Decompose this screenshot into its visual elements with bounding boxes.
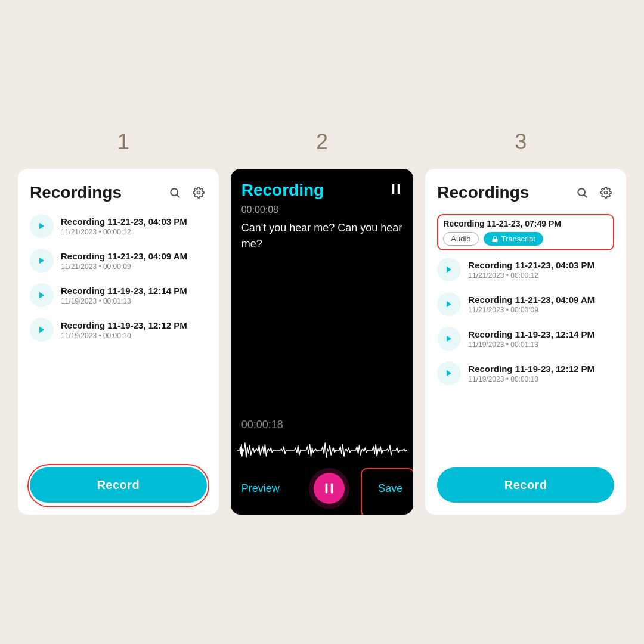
list-item: Recording 11-19-23, 12:14 PM 11/19/2023 …: [30, 283, 207, 307]
panel-1-header: Recordings: [30, 183, 207, 202]
search-button-3[interactable]: [574, 184, 590, 201]
svg-point-2: [197, 191, 200, 194]
step-1: 1: [34, 129, 213, 154]
play-button-1[interactable]: [30, 214, 54, 238]
svg-rect-9: [325, 484, 327, 494]
highlighted-recording-item: Recording 11-21-23, 07:49 PM Audio Trans…: [437, 214, 614, 250]
recording-title-p3-2: Recording 11-21-23, 04:09 AM: [468, 295, 614, 305]
transcript-tag-label: Transcript: [501, 234, 535, 243]
play-button-4[interactable]: [30, 318, 54, 342]
audio-tag[interactable]: Audio: [443, 232, 478, 246]
svg-marker-3: [39, 223, 44, 230]
save-button[interactable]: Save: [378, 482, 402, 495]
tag-row: Audio Transcript: [443, 232, 608, 246]
play-button-3[interactable]: [30, 283, 54, 307]
play-button-p3-1[interactable]: [437, 258, 461, 281]
recording-title-3: Recording 11-19-23, 12:14 PM: [61, 286, 207, 296]
list-item: Recording 11-21-23, 04:03 PM 11/21/2023 …: [437, 258, 614, 281]
lock-icon: [491, 236, 499, 243]
svg-marker-6: [39, 327, 44, 333]
svg-marker-16: [447, 301, 451, 308]
panels-row: Recordings Recording 11-21-23, 04:03 PM …: [18, 169, 626, 515]
recording-title-4: Recording 11-19-23, 12:12 PM: [61, 320, 207, 330]
play-button-p3-3[interactable]: [437, 327, 461, 351]
svg-marker-4: [39, 258, 44, 264]
panel-1-icons: [166, 184, 207, 201]
transcript-tag[interactable]: Transcript: [484, 232, 543, 246]
recording-meta-4: 11/19/2023 • 00:00:10: [61, 332, 207, 340]
panel-1-recording-list: Recording 11-21-23, 04:03 PM 11/21/2023 …: [30, 214, 207, 352]
search-button[interactable]: [166, 184, 183, 201]
pause-bars-icon: [389, 182, 402, 199]
active-timer-large: 00:00:18: [231, 419, 414, 431]
recording-meta-2: 11/21/2023 • 00:00:09: [61, 262, 207, 271]
highlighted-recording-title: Recording 11-21-23, 07:49 PM: [443, 219, 608, 228]
play-button-p3-2[interactable]: [437, 292, 461, 316]
active-timer-small: 00:00:08: [231, 205, 414, 215]
svg-marker-5: [39, 292, 44, 299]
play-icon: [445, 369, 453, 377]
play-icon: [445, 300, 453, 308]
recording-title-p3-4: Recording 11-19-23, 12:12 PM: [468, 364, 614, 374]
svg-marker-15: [447, 267, 451, 273]
panel-3-header: Recordings: [437, 183, 614, 202]
panel-3-record-container: Record: [437, 456, 614, 503]
recording-title-1: Recording 11-21-23, 04:03 PM: [61, 216, 207, 227]
search-icon: [169, 187, 181, 199]
record-button-3[interactable]: Record: [437, 467, 614, 503]
panel-2-title: Recording: [242, 181, 324, 200]
pause-button[interactable]: [314, 473, 345, 504]
step-numbers: 1 2 3: [24, 129, 620, 154]
panel-3-icons: [574, 184, 614, 201]
panel-2-controls: Preview Save: [231, 465, 414, 515]
list-item: Recording 11-19-23, 12:12 PM 11/19/2023 …: [30, 318, 207, 342]
recording-meta-1: 11/21/2023 • 00:00:12: [61, 228, 207, 236]
gear-icon: [193, 187, 205, 199]
recording-title-p3-3: Recording 11-19-23, 12:14 PM: [468, 329, 614, 339]
record-button-1[interactable]: Record: [30, 467, 207, 503]
play-icon: [38, 291, 46, 299]
step-2: 2: [233, 129, 411, 154]
svg-line-12: [584, 195, 587, 197]
pause-icon: [323, 482, 336, 495]
play-icon: [38, 222, 46, 230]
preview-button[interactable]: Preview: [242, 482, 280, 495]
settings-button-3[interactable]: [597, 184, 614, 201]
play-icon: [445, 265, 453, 274]
list-item: Recording 11-21-23, 04:03 PM 11/21/2023 …: [30, 214, 207, 238]
waveform-container: [231, 436, 414, 465]
panel-1-recordings: Recordings Recording 11-21-23, 04:03 PM …: [18, 169, 219, 515]
svg-rect-14: [492, 239, 497, 242]
panel-3-recordings: Recordings Recording 11-21-23, 07:49 PM …: [425, 169, 626, 515]
panel-1-record-container: Record: [30, 456, 207, 503]
recording-meta-p3-1: 11/21/2023 • 00:00:12: [468, 271, 614, 280]
settings-button[interactable]: [190, 184, 207, 201]
play-icon: [445, 335, 453, 343]
list-item: Recording 11-19-23, 12:14 PM 11/19/2023 …: [437, 327, 614, 351]
recording-title-p3-1: Recording 11-21-23, 04:03 PM: [468, 260, 614, 270]
svg-rect-8: [398, 184, 400, 194]
active-transcript: Can't you hear me? Can you hear me?: [231, 220, 414, 419]
svg-point-13: [605, 191, 608, 194]
list-item: Recording 11-19-23, 12:12 PM 11/19/2023 …: [437, 361, 614, 385]
svg-rect-10: [330, 484, 333, 494]
play-icon: [38, 256, 46, 265]
list-item: Recording 11-21-23, 04:09 AM 11/21/2023 …: [30, 249, 207, 273]
recording-meta-3: 11/19/2023 • 00:01:13: [61, 297, 207, 305]
play-icon: [38, 326, 46, 334]
svg-rect-7: [392, 184, 395, 194]
svg-line-1: [177, 195, 179, 197]
svg-marker-18: [447, 370, 451, 377]
panel-3-title: Recordings: [437, 183, 529, 202]
step-3: 3: [431, 129, 610, 154]
recording-meta-p3-3: 11/19/2023 • 00:01:13: [468, 340, 614, 349]
recording-title-2: Recording 11-21-23, 04:09 AM: [61, 251, 207, 261]
play-button-2[interactable]: [30, 249, 54, 273]
panel-1-title: Recordings: [30, 183, 122, 202]
gear-icon: [600, 187, 612, 199]
search-icon: [576, 187, 588, 199]
panel-2-header: Recording: [231, 169, 414, 205]
waveform-visualization: [237, 438, 408, 462]
play-button-p3-4[interactable]: [437, 361, 461, 385]
panel-3-recording-list: Recording 11-21-23, 04:03 PM 11/21/2023 …: [437, 258, 614, 396]
